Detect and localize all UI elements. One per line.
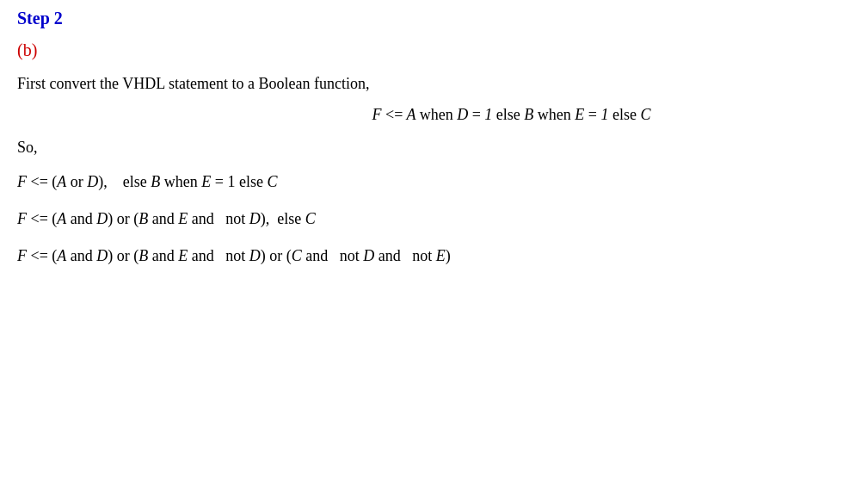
so-label: So, (17, 136, 851, 159)
step-title: Step 2 (17, 9, 851, 28)
expr-line-2: F <= (A and D) or (B and E and not D), e… (17, 207, 851, 232)
part-label: (b) (17, 40, 851, 60)
expr-line-1: F <= (A or D), else B when E = 1 else C (17, 170, 851, 195)
centered-expression: F <= A when D = 1 else B when E = 1 else… (172, 106, 851, 124)
expr-line-3: F <= (A and D) or (B and E and not D) or… (17, 244, 851, 269)
intro-text: First convert the VHDL statement to a Bo… (17, 72, 851, 96)
